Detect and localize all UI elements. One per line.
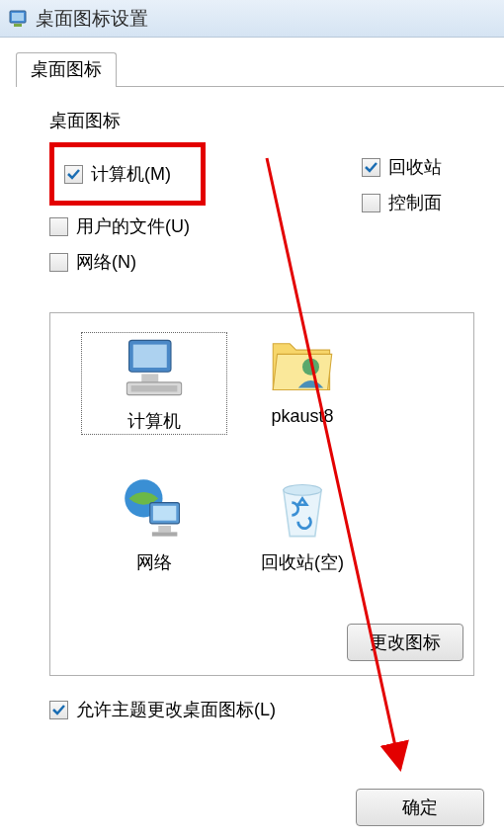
window-title: 桌面图标设置 — [36, 6, 148, 32]
svg-rect-7 — [131, 385, 178, 391]
svg-point-8 — [302, 359, 319, 376]
icon-item-network[interactable]: 网络 — [80, 475, 228, 574]
checkbox-network[interactable] — [49, 253, 68, 272]
tab-desktop-icons[interactable]: 桌面图标 — [16, 52, 117, 87]
svg-point-14 — [284, 485, 321, 496]
svg-rect-2 — [14, 24, 22, 27]
checkbox-allow-theme[interactable] — [49, 701, 68, 719]
checkbox-network-label: 网络(N) — [76, 250, 136, 274]
checkbox-userfiles[interactable] — [49, 217, 68, 236]
checkbox-computer[interactable] — [64, 165, 83, 184]
ok-button[interactable]: 确定 — [356, 789, 484, 826]
computer-icon — [121, 334, 188, 401]
svg-rect-11 — [153, 506, 176, 521]
icons-panel: 计算机 pkaust8 网络 — [49, 312, 474, 676]
change-icon-button[interactable]: 更改图标 — [347, 624, 463, 661]
user-folder-icon — [269, 331, 336, 398]
checkbox-recycle-label: 回收站 — [388, 155, 442, 179]
group-label: 桌面图标 — [49, 109, 504, 132]
icon-item-user[interactable]: pkaust8 — [228, 331, 377, 436]
icon-label-user: pkaust8 — [228, 406, 377, 427]
checkbox-recycle[interactable] — [362, 158, 380, 177]
svg-rect-5 — [141, 374, 158, 382]
network-icon — [121, 475, 188, 543]
svg-rect-1 — [12, 13, 24, 21]
window-icon — [8, 9, 28, 29]
recycle-bin-empty-icon — [269, 475, 336, 543]
icon-label-computer: 计算机 — [83, 409, 225, 433]
svg-rect-4 — [133, 345, 167, 368]
checkbox-controlpanel[interactable] — [362, 194, 380, 212]
tab-panel: 桌面图标 计算机(M) 用户的文件(U) — [16, 86, 504, 778]
checkbox-allow-theme-label: 允许主题更改桌面图标(L) — [76, 698, 276, 721]
checkbox-computer-label: 计算机(M) — [91, 162, 171, 186]
titlebar: 桌面图标设置 — [0, 0, 504, 38]
svg-rect-12 — [158, 526, 171, 532]
checkbox-controlpanel-label: 控制面 — [388, 191, 442, 214]
checkbox-userfiles-label: 用户的文件(U) — [76, 214, 190, 238]
svg-rect-13 — [152, 532, 178, 536]
highlight-annotation: 计算机(M) — [49, 142, 206, 206]
icon-label-recycle-empty: 回收站(空) — [228, 550, 377, 574]
icon-label-network: 网络 — [80, 550, 228, 574]
window-body: 桌面图标 桌面图标 计算机(M) 用户的文件(U) — [0, 38, 504, 778]
icon-item-recycle-empty[interactable]: 回收站(空) — [228, 475, 377, 574]
icon-item-computer[interactable]: 计算机 — [80, 331, 228, 436]
